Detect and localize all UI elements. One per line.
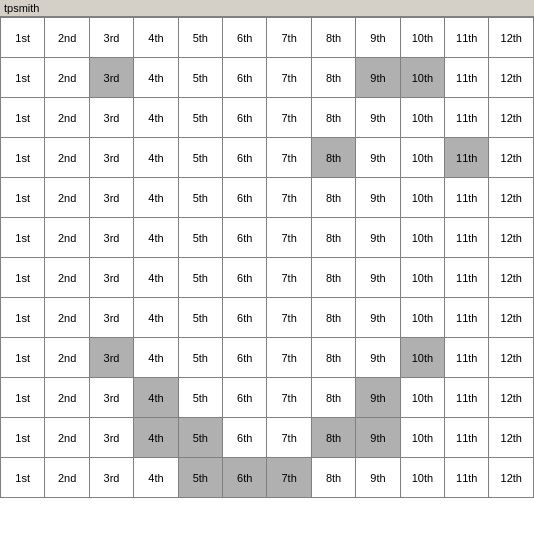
table-cell: 4th <box>134 378 178 418</box>
table-cell: 12th <box>489 338 534 378</box>
table-cell: 1st <box>1 378 45 418</box>
table-cell: 3rd <box>89 98 133 138</box>
table-cell: 3rd <box>89 378 133 418</box>
table-cell: 10th <box>400 258 444 298</box>
table-cell: 9th <box>356 458 400 498</box>
table-cell: 1st <box>1 98 45 138</box>
table-cell: 1st <box>1 18 45 58</box>
table-cell: 5th <box>178 138 222 178</box>
table-cell: 9th <box>356 338 400 378</box>
table-cell: 8th <box>311 258 355 298</box>
table-cell: 9th <box>356 298 400 338</box>
table-cell: 8th <box>311 98 355 138</box>
table-cell: 8th <box>311 458 355 498</box>
table-cell: 2nd <box>45 218 89 258</box>
table-cell: 6th <box>223 218 267 258</box>
table-cell: 8th <box>311 338 355 378</box>
table-cell: 9th <box>356 138 400 178</box>
table-cell: 11th <box>445 98 489 138</box>
table-cell: 10th <box>400 378 444 418</box>
table-cell: 6th <box>223 98 267 138</box>
table-cell: 11th <box>445 418 489 458</box>
table-cell: 8th <box>311 58 355 98</box>
table-cell: 6th <box>223 138 267 178</box>
table-cell: 11th <box>445 378 489 418</box>
table-cell: 9th <box>356 178 400 218</box>
table-cell: 12th <box>489 58 534 98</box>
table-cell: 7th <box>267 298 311 338</box>
table-cell: 2nd <box>45 458 89 498</box>
table-cell: 9th <box>356 58 400 98</box>
table-cell: 1st <box>1 298 45 338</box>
table-cell: 5th <box>178 218 222 258</box>
table-cell: 2nd <box>45 418 89 458</box>
table-cell: 10th <box>400 218 444 258</box>
table-cell: 10th <box>400 418 444 458</box>
table-row: 1st2nd3rd4th5th6th7th8th9th10th11th12th <box>1 138 534 178</box>
table-row: 1st2nd3rd4th5th6th7th8th9th10th11th12th <box>1 458 534 498</box>
table-cell: 12th <box>489 178 534 218</box>
table-cell: 11th <box>445 18 489 58</box>
table-row: 1st2nd3rd4th5th6th7th8th9th10th11th12th <box>1 178 534 218</box>
table-cell: 11th <box>445 338 489 378</box>
table-cell: 7th <box>267 98 311 138</box>
table-cell: 2nd <box>45 258 89 298</box>
table-cell: 12th <box>489 218 534 258</box>
table-cell: 9th <box>356 258 400 298</box>
table-cell: 7th <box>267 218 311 258</box>
table-cell: 3rd <box>89 18 133 58</box>
table-cell: 5th <box>178 58 222 98</box>
table-cell: 7th <box>267 178 311 218</box>
table-cell: 10th <box>400 178 444 218</box>
table-cell: 5th <box>178 458 222 498</box>
table-cell: 4th <box>134 58 178 98</box>
table-cell: 4th <box>134 98 178 138</box>
table-cell: 6th <box>223 178 267 218</box>
table-cell: 3rd <box>89 458 133 498</box>
table-cell: 5th <box>178 18 222 58</box>
table-cell: 1st <box>1 418 45 458</box>
table-cell: 1st <box>1 58 45 98</box>
table-cell: 7th <box>267 58 311 98</box>
table-cell: 10th <box>400 338 444 378</box>
table-cell: 9th <box>356 418 400 458</box>
table-cell: 9th <box>356 18 400 58</box>
title-bar: tpsmith <box>0 0 534 17</box>
table-cell: 10th <box>400 458 444 498</box>
table-row: 1st2nd3rd4th5th6th7th8th9th10th11th12th <box>1 218 534 258</box>
table-cell: 6th <box>223 338 267 378</box>
table-row: 1st2nd3rd4th5th6th7th8th9th10th11th12th <box>1 258 534 298</box>
table-cell: 7th <box>267 138 311 178</box>
table-cell: 2nd <box>45 58 89 98</box>
table-cell: 7th <box>267 18 311 58</box>
table-cell: 8th <box>311 378 355 418</box>
table-row: 1st2nd3rd4th5th6th7th8th9th10th11th12th <box>1 418 534 458</box>
table-cell: 10th <box>400 18 444 58</box>
table-cell: 3rd <box>89 178 133 218</box>
table-cell: 4th <box>134 298 178 338</box>
table-cell: 11th <box>445 178 489 218</box>
table-cell: 11th <box>445 218 489 258</box>
table-cell: 12th <box>489 98 534 138</box>
table-cell: 3rd <box>89 258 133 298</box>
table-cell: 1st <box>1 218 45 258</box>
table-cell: 9th <box>356 98 400 138</box>
table-cell: 12th <box>489 378 534 418</box>
table-cell: 5th <box>178 98 222 138</box>
table-cell: 5th <box>178 178 222 218</box>
table-row: 1st2nd3rd4th5th6th7th8th9th10th11th12th <box>1 298 534 338</box>
table-cell: 2nd <box>45 338 89 378</box>
table-cell: 8th <box>311 178 355 218</box>
table-cell: 6th <box>223 458 267 498</box>
table-row: 1st2nd3rd4th5th6th7th8th9th10th11th12th <box>1 58 534 98</box>
table-cell: 10th <box>400 58 444 98</box>
table-cell: 4th <box>134 458 178 498</box>
table-cell: 3rd <box>89 138 133 178</box>
table-cell: 3rd <box>89 298 133 338</box>
table-cell: 5th <box>178 298 222 338</box>
table-cell: 1st <box>1 138 45 178</box>
table-cell: 4th <box>134 338 178 378</box>
table-cell: 2nd <box>45 138 89 178</box>
table-cell: 7th <box>267 458 311 498</box>
table-cell: 12th <box>489 18 534 58</box>
